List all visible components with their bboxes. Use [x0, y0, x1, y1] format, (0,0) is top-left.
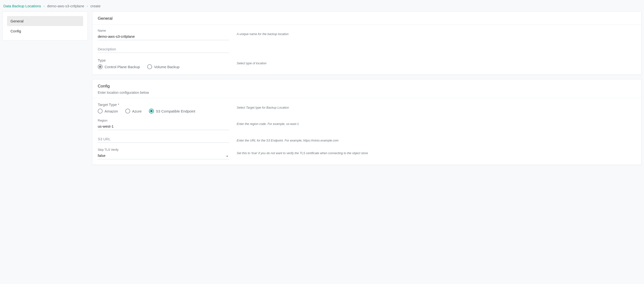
type-help-text: Select type of location — [237, 62, 636, 65]
region-input[interactable] — [98, 123, 229, 130]
sidebar-item-label: General — [10, 19, 24, 23]
breadcrumb-separator: › — [87, 4, 88, 8]
breadcrumb: Data Backup Locations › demo-aws-s3-crtl… — [2, 2, 642, 11]
radio-icon — [147, 64, 152, 69]
radio-icon — [149, 109, 154, 113]
skip-tls-help-text: Set this to 'true' if you do not want to… — [237, 152, 636, 155]
region-help-text: Enter the region code. For example, us-e… — [237, 122, 636, 126]
type-label: Type — [98, 58, 229, 62]
radio-icon — [98, 64, 102, 69]
target-type-radio-group: Amazon Azure S3 Compatible Endpoint — [98, 109, 229, 113]
s3-url-input[interactable] — [98, 135, 229, 143]
breadcrumb-root-link[interactable]: Data Backup Locations — [4, 4, 41, 8]
name-label: Name — [98, 29, 229, 32]
config-card: Config Enter location configuration belo… — [92, 79, 642, 165]
description-input[interactable] — [98, 45, 229, 53]
sidebar-item-general[interactable]: General — [7, 16, 83, 26]
target-type-help-text: Select Target type for Backup Location — [237, 106, 636, 109]
skip-tls-label: Skip TLS Verify — [98, 148, 229, 152]
config-card-subtitle: Enter location configuration below — [98, 91, 636, 94]
radio-label: Amazon — [104, 109, 118, 113]
radio-icon — [98, 109, 102, 113]
type-radio-group: Control Plane Backup Volume Backup — [98, 64, 229, 69]
region-label: Region — [98, 119, 229, 122]
general-card: General Name A unique name for the backu… — [92, 11, 642, 75]
radio-label: Control Plane Backup — [104, 65, 140, 69]
breadcrumb-leaf: create — [90, 4, 101, 8]
name-input[interactable] — [98, 33, 229, 40]
radio-azure[interactable]: Azure — [125, 109, 142, 113]
radio-label: Volume Backup — [154, 65, 180, 69]
radio-label: Azure — [132, 109, 142, 113]
radio-amazon[interactable]: Amazon — [98, 109, 118, 113]
general-card-title: General — [98, 16, 636, 21]
skip-tls-select[interactable] — [98, 152, 229, 159]
config-card-title: Config — [98, 84, 636, 89]
radio-s3-compatible-endpoint[interactable]: S3 Compatible Endpoint — [149, 109, 195, 113]
sidebar-item-label: Config — [10, 29, 21, 33]
radio-icon — [125, 109, 130, 113]
sidebar-nav: General Config — [2, 11, 88, 41]
breadcrumb-separator: › — [44, 4, 44, 8]
target-type-label: Target Type * — [98, 103, 229, 107]
sidebar-item-config[interactable]: Config — [7, 26, 83, 36]
radio-label: S3 Compatible Endpoint — [156, 109, 195, 113]
radio-control-plane-backup[interactable]: Control Plane Backup — [98, 64, 140, 69]
s3-url-help-text: Enter the URL for the S3 Endpoint. For e… — [237, 139, 636, 142]
radio-volume-backup[interactable]: Volume Backup — [147, 64, 180, 69]
breadcrumb-item: demo-aws-s3-crtlplane — [47, 4, 84, 8]
name-help-text: A unique name for the backup location — [237, 32, 636, 36]
